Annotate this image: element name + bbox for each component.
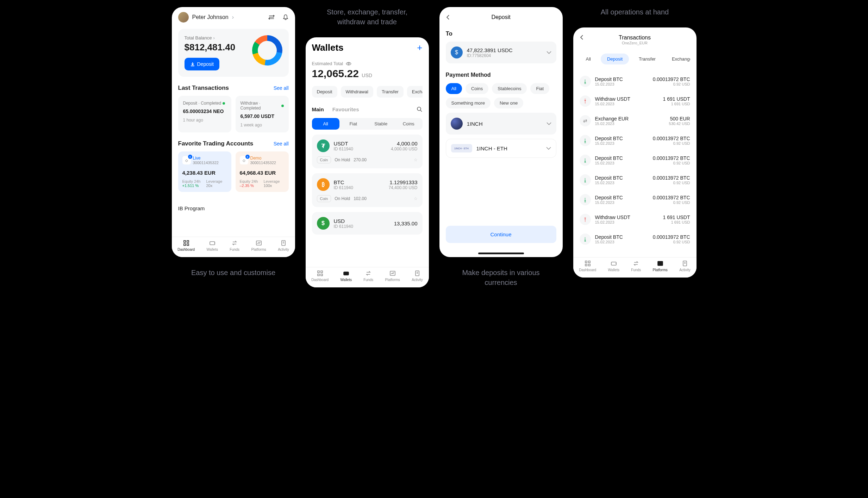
payment-method-label: Payment Method [446, 72, 556, 78]
coin-selector-1inch[interactable]: 1INCH [446, 113, 556, 135]
txn-name: Exchange EUR [595, 116, 629, 122]
chip-fiat[interactable]: Fiat [530, 83, 549, 94]
pill-deposit[interactable]: Deposit [312, 86, 337, 98]
wallet-icon [610, 260, 617, 267]
txn-amount: 1 691 USDT [663, 214, 690, 220]
chip-exchange[interactable]: Exchange [666, 54, 690, 64]
account-id: 300011435322 [193, 161, 219, 165]
chip-all[interactable]: All [446, 83, 462, 94]
txn-date: 15.02.2023 [595, 220, 630, 224]
chip-all[interactable]: All [580, 54, 597, 64]
transaction-row[interactable]: ⭳ Deposit BTC15.02.2023 0.00013972 BTC0.… [580, 229, 690, 249]
nav-dashboard[interactable]: Dashboard [311, 270, 329, 282]
transfer-icon [632, 260, 639, 267]
back-button[interactable] [580, 35, 585, 40]
eye-icon[interactable] [346, 62, 351, 66]
nav-wallets[interactable]: Wallets [341, 270, 352, 282]
back-button[interactable] [446, 14, 451, 20]
nav-activity[interactable]: Activity [679, 260, 691, 272]
nav-activity[interactable]: Activity [278, 240, 289, 251]
nav-platforms[interactable]: Platforms [653, 260, 668, 272]
chip-coins[interactable]: Coins [466, 83, 488, 94]
transaction-row[interactable]: ⭳ Deposit BTC15.02.2023 0.00013972 BTC0.… [580, 150, 690, 170]
nav-activity[interactable]: Activity [412, 270, 423, 282]
seg-fiat[interactable]: Fiat [339, 118, 367, 130]
txn-name: Deposit BTC [595, 76, 623, 82]
see-all-link[interactable]: See all [274, 85, 289, 91]
page-subtitle: OneZero_EUR [580, 41, 690, 45]
chevron-down-icon [547, 122, 551, 125]
chevron-down-icon [547, 51, 551, 54]
svg-rect-16 [585, 261, 587, 263]
transfer-icon [231, 240, 238, 246]
wallet-item-usdt[interactable]: ₮ USDTID 611940 4,000.004,000.00 USD Coi… [312, 135, 423, 168]
chip-more[interactable]: Something more [446, 98, 491, 108]
continue-button[interactable]: Continue [446, 226, 556, 243]
account-card-live[interactable]: ◇4 Live 300011435322 4,238.43 EUR Equity… [178, 151, 231, 192]
seg-all[interactable]: All [312, 118, 340, 130]
add-wallet-button[interactable]: + [417, 42, 422, 53]
search-icon[interactable] [416, 106, 423, 112]
seg-coins[interactable]: Coins [395, 118, 423, 130]
wallet-icon [343, 270, 350, 276]
page-title: Wallets [312, 42, 344, 53]
nav-wallets[interactable]: Wallets [608, 260, 619, 272]
chip-stablecoins[interactable]: Stablecoins [492, 83, 527, 94]
nav-platforms[interactable]: Platforms [251, 240, 266, 251]
estimated-total-amount: 12,065.22 USD [312, 68, 423, 80]
chip-transfer[interactable]: Transfer [632, 54, 662, 64]
transaction-card[interactable]: Withdraw · Completed 6,597.00 USDT 1 wee… [236, 96, 289, 132]
deposit-button[interactable]: Deposit [185, 58, 219, 70]
to-wallet-selector[interactable]: $ 47,822.3891 USDCID:77582604 [446, 42, 556, 63]
bell-icon[interactable] [282, 14, 289, 20]
scan-icon[interactable] [268, 14, 275, 20]
wallet-item-btc[interactable]: ₿ BTCID 611940 1.1299133374,400.00 USD C… [312, 173, 423, 207]
wallet-item-usd[interactable]: $ USDID 611940 13,335.00 [312, 212, 423, 235]
txn-amount: 0.00013972 BTC [653, 195, 690, 200]
svg-rect-9 [318, 271, 319, 273]
transaction-row[interactable]: ⭱ Withdraw USDT15.02.2023 1 691 USDT1 69… [580, 210, 690, 229]
nav-funds[interactable]: Funds [631, 260, 641, 272]
transaction-row[interactable]: ⭳ Deposit BTC15.02.2023 0.00013972 BTC0.… [580, 131, 690, 150]
pill-withdrawal[interactable]: Withdrawal [341, 86, 373, 98]
star-icon[interactable]: ☆ [414, 157, 418, 162]
chip-deposit[interactable]: Deposit [601, 54, 629, 64]
transaction-row[interactable]: ⭳ Deposit BTC15.02.2023 0.00013972 BTC0.… [580, 190, 690, 210]
txn-date: 15.02.2023 [595, 141, 623, 145]
transaction-card[interactable]: Deposit · Completed 65.00003234 NEO 1 ho… [178, 96, 231, 132]
star-icon[interactable]: ☆ [414, 196, 418, 201]
tab-main[interactable]: Main [312, 106, 324, 112]
dep-icon: ⭳ [580, 135, 591, 146]
network-selector[interactable]: 1INCH · ETH 1INCH - ETH [446, 139, 556, 158]
svg-rect-0 [184, 241, 186, 242]
section-title: Last Transactions [178, 85, 229, 92]
nav-funds[interactable]: Funds [230, 240, 239, 251]
nav-dashboard[interactable]: Dashboard [579, 260, 596, 272]
pill-transfer[interactable]: Transfer [377, 86, 404, 98]
account-card-demo[interactable]: ◇4 Demo 300011435322 64,968.43 EUR Equit… [236, 151, 289, 192]
nav-dashboard[interactable]: Dashboard [177, 240, 195, 251]
seg-stable[interactable]: Stable [367, 118, 395, 130]
balance-label[interactable]: Total Balance › [185, 35, 236, 41]
user-name: Peter Johnson [192, 14, 229, 20]
user-profile-button[interactable]: Peter Johnson › [178, 12, 234, 23]
nav-wallets[interactable]: Wallets [207, 240, 218, 251]
1inch-eth-icon: 1INCH · ETH [451, 144, 472, 152]
transaction-row[interactable]: ⭳ Deposit BTC15.02.2023 0.00013972 BTC0.… [580, 170, 690, 190]
bottom-nav: Dashboard Wallets Funds Platforms Activi… [306, 267, 429, 287]
tab-favourites[interactable]: Favourites [332, 106, 359, 112]
see-all-link[interactable]: See all [274, 141, 289, 147]
nav-platforms[interactable]: Platforms [385, 270, 400, 282]
transaction-row[interactable]: ⭱ Withdraw USDT15.02.2023 1 691 USDT1 69… [580, 91, 690, 111]
avatar [178, 12, 189, 23]
transaction-list: ⭳ Deposit BTC15.02.2023 0.00013972 BTC0.… [580, 71, 690, 249]
nav-funds[interactable]: Funds [363, 270, 373, 282]
ib-program-row[interactable]: IB Program [178, 199, 289, 211]
pill-exchange[interactable]: Exchange [407, 86, 423, 98]
chip-new[interactable]: New one [494, 98, 523, 108]
svg-rect-17 [588, 261, 590, 263]
transaction-row[interactable]: ⇄ Exchange EUR15.02.2023 500 EUR530.42 U… [580, 111, 690, 131]
txn-amount: 0.00013972 BTC [653, 155, 690, 161]
txn-sub: 1 691 USD [663, 102, 690, 106]
transaction-row[interactable]: ⭳ Deposit BTC15.02.2023 0.00013972 BTC0.… [580, 71, 690, 91]
